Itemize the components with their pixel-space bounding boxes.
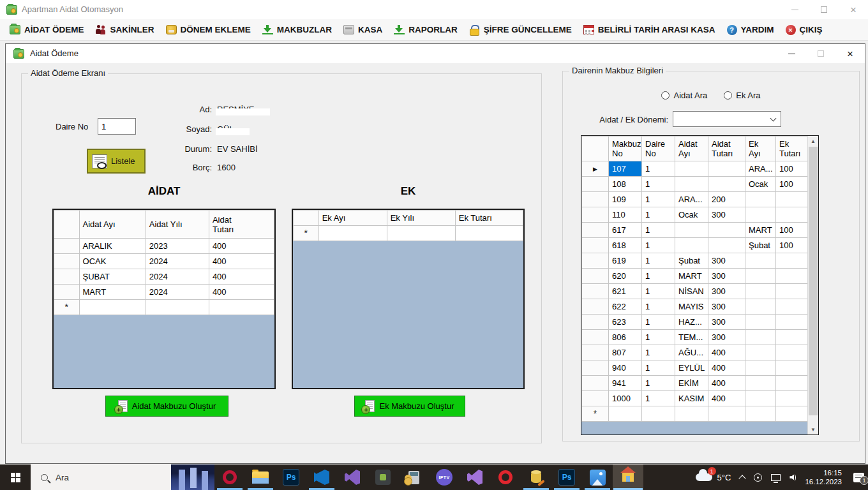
row-header[interactable]	[582, 360, 609, 376]
column-header[interactable]: Ek Ayı	[318, 211, 387, 226]
cell[interactable]	[745, 345, 776, 360]
search-highlight-image[interactable]	[171, 464, 214, 490]
menu-raporlar[interactable]: RAPORLAR	[388, 19, 463, 41]
row-header[interactable]	[582, 315, 609, 330]
taskbar-photos-icon[interactable]	[582, 464, 613, 490]
clock[interactable]: 16:15 16.12.2023	[805, 468, 842, 486]
corner-header[interactable]	[294, 211, 319, 226]
menu-sifre-guncelleme[interactable]: ŞİFRE GÜNCELLEME	[463, 19, 578, 41]
cell[interactable]	[675, 406, 708, 422]
taskbar-photoshop-icon[interactable]: Ps	[276, 464, 306, 490]
taskbar-opera-gx-icon[interactable]	[214, 464, 245, 490]
cell[interactable]: 400	[209, 254, 274, 269]
maximize-button[interactable]	[809, 0, 839, 19]
camera-tray-icon[interactable]	[754, 473, 762, 482]
cell[interactable]	[745, 207, 776, 223]
cell[interactable]: 940	[609, 360, 642, 376]
row-header[interactable]	[582, 223, 609, 238]
cell[interactable]: 300	[708, 330, 745, 345]
close-button[interactable]: ×	[839, 0, 868, 19]
cell[interactable]: 621	[609, 284, 642, 299]
table-row[interactable]: 6191Şubat300	[582, 253, 809, 269]
new-row-icon[interactable]: *	[294, 226, 319, 241]
child-minimize-button[interactable]	[777, 44, 806, 63]
cell[interactable]: 1	[642, 345, 675, 360]
table-row[interactable]: MART2024400	[54, 285, 274, 300]
table-row[interactable]: 10001KASIM400	[582, 391, 809, 406]
cell[interactable]	[745, 406, 776, 422]
notification-center-icon[interactable]: 1	[853, 473, 864, 482]
cell[interactable]	[745, 269, 776, 284]
cell[interactable]	[776, 192, 809, 207]
column-header[interactable]: Ek Ayı	[745, 137, 776, 161]
table-row[interactable]: 9401EYLÜL400	[582, 360, 809, 376]
new-row-icon[interactable]: *	[54, 300, 80, 315]
cell[interactable]	[776, 207, 809, 223]
cell[interactable]: 400	[209, 269, 274, 285]
cell[interactable]	[745, 391, 776, 406]
cell[interactable]: Ocak	[675, 207, 708, 223]
period-combobox[interactable]	[673, 111, 781, 127]
cell[interactable]: 623	[609, 315, 642, 330]
menu-aidat-odeme[interactable]: AİDAT ÖDEME	[4, 19, 90, 41]
table-row[interactable]: 6201MART300	[582, 269, 809, 284]
cell[interactable]: EKİM	[675, 376, 708, 391]
cell[interactable]	[776, 269, 809, 284]
cell[interactable]: 100	[776, 238, 809, 253]
cell[interactable]: 300	[708, 253, 745, 269]
cell[interactable]: 109	[609, 192, 642, 207]
cell[interactable]: 1	[642, 330, 675, 345]
menu-kasa[interactable]: KASA	[338, 19, 388, 41]
taskbar-iptv-icon[interactable]: IPTV	[429, 464, 460, 490]
menu-yardim[interactable]: ?YARDIM	[721, 19, 780, 41]
cell[interactable]: 300	[708, 315, 745, 330]
table-row[interactable]: ▶1071ARA...100	[582, 161, 809, 177]
cell[interactable]	[776, 406, 809, 422]
cell[interactable]: 1	[642, 376, 675, 391]
weather-widget[interactable]: 1 5°C	[696, 473, 731, 482]
cell[interactable]: 100	[776, 223, 809, 238]
row-header[interactable]	[582, 376, 609, 391]
volume-icon[interactable]	[789, 473, 796, 482]
column-header[interactable]: Aidat Tutarı	[708, 137, 745, 161]
cell[interactable]: 300	[708, 284, 745, 299]
cell[interactable]	[209, 300, 274, 315]
cell[interactable]: ARA...	[745, 161, 776, 177]
table-row[interactable]: 6231HAZ...300	[582, 315, 809, 330]
scroll-down-icon[interactable]: ▼	[808, 424, 818, 434]
cell[interactable]: 1	[642, 391, 675, 406]
vertical-scrollbar[interactable]: ▲ ▼	[807, 136, 818, 434]
menu-makbuzlar[interactable]: MAKBUZLAR	[257, 19, 338, 41]
row-header[interactable]	[582, 284, 609, 299]
cell[interactable]	[745, 284, 776, 299]
table-row[interactable]: ARALIK2023400	[54, 239, 274, 254]
cell[interactable]: 1	[642, 192, 675, 207]
cell[interactable]: KASIM	[675, 391, 708, 406]
cell[interactable]: 108	[609, 177, 642, 192]
cell[interactable]	[745, 376, 776, 391]
cell[interactable]: 300	[708, 269, 745, 284]
child-close-button[interactable]: ×	[835, 44, 865, 63]
menu-belirli-tarih-arasi-kasa[interactable]: BELİRLİ TARİH ARASI KASA	[578, 19, 721, 41]
cell[interactable]: MART	[675, 269, 708, 284]
cell[interactable]: MART	[79, 285, 146, 300]
cell[interactable]	[745, 192, 776, 207]
cell[interactable]: 1	[642, 223, 675, 238]
cell[interactable]	[387, 226, 455, 241]
cell[interactable]: 2023	[146, 239, 209, 254]
cell[interactable]: 618	[609, 238, 642, 253]
cell[interactable]: AĞU...	[675, 345, 708, 360]
cell[interactable]: 620	[609, 269, 642, 284]
table-row[interactable]: 6211NİSAN300	[582, 284, 809, 299]
cell[interactable]	[642, 406, 675, 422]
taskbar-vscode-icon[interactable]	[306, 464, 337, 490]
column-header[interactable]: Ek Tutarı	[455, 211, 523, 226]
cell[interactable]: 400	[708, 391, 745, 406]
cell[interactable]: 110	[609, 207, 642, 223]
cell[interactable]: 200	[708, 192, 745, 207]
table-row[interactable]: 6221MAYIS300	[582, 299, 809, 315]
ek-grid[interactable]: Ek AyıEk YılıEk Tutarı*	[292, 209, 525, 389]
cell[interactable]: 400	[209, 285, 274, 300]
table-row[interactable]: ŞUBAT2024400	[54, 269, 274, 285]
row-header[interactable]	[582, 177, 609, 192]
